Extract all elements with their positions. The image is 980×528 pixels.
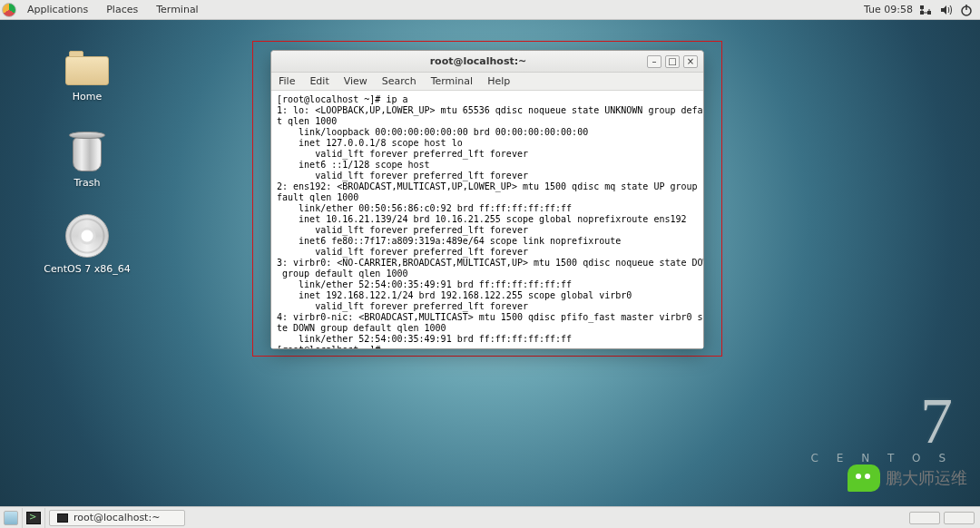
terminal-icon [26, 512, 41, 524]
wechat-icon [848, 464, 880, 492]
top-panel: Applications Places Terminal Tue 09:58 [0, 0, 980, 20]
terminal-launcher[interactable] [23, 508, 45, 528]
trash-icon [69, 128, 105, 171]
menu-places[interactable]: Places [99, 0, 145, 20]
workspace-1[interactable] [909, 512, 940, 524]
menu-edit[interactable]: Edit [302, 73, 336, 91]
desktop-icon-label: Home [73, 91, 102, 103]
wallpaper-branding: 7 C E N T O S [811, 396, 953, 464]
version-number: 7 [811, 396, 953, 448]
menu-applications[interactable]: Applications [20, 0, 95, 20]
menu-file[interactable]: File [271, 73, 302, 91]
distro-logo-icon [2, 3, 16, 17]
disc-icon [65, 214, 109, 258]
menu-terminal[interactable]: Terminal [149, 0, 206, 20]
desktop-icon-label: CentOS 7 x86_64 [44, 263, 130, 275]
taskbar-entry-terminal[interactable]: root@localhost:~ [49, 510, 185, 526]
window-title: root@localhost:~ [315, 55, 642, 67]
folder-icon [65, 51, 109, 85]
menu-help[interactable]: Help [480, 73, 517, 91]
show-desktop-icon [4, 511, 18, 525]
menu-search[interactable]: Search [375, 73, 424, 91]
menu-view[interactable]: View [337, 73, 375, 91]
desktop-icon-install-media[interactable]: CentOS 7 x86_64 [44, 214, 131, 275]
terminal-output: [root@localhost ~]# ip a 1: lo: <LOOPBAC… [277, 94, 698, 348]
menu-terminal[interactable]: Terminal [424, 73, 481, 91]
volume-icon[interactable] [940, 4, 953, 16]
desktop-icon-home[interactable]: Home [44, 51, 131, 103]
taskbar-entry-label: root@localhost:~ [74, 512, 160, 523]
terminal-window: root@localhost:~ – □ × File Edit View Se… [270, 50, 704, 349]
desktop-icons: Home Trash CentOS 7 x86_64 [44, 51, 131, 275]
window-titlebar[interactable]: root@localhost:~ – □ × [271, 51, 703, 73]
window-maximize-button[interactable]: □ [665, 55, 680, 68]
watermark-text: 鹏大师运维 [886, 467, 967, 489]
terminal-body[interactable]: [root@localhost ~]# ip a 1: lo: <LOOPBAC… [271, 91, 703, 348]
desktop-icon-trash[interactable]: Trash [44, 128, 131, 189]
window-close-button[interactable]: × [683, 55, 698, 68]
distro-name: C E N T O S [811, 452, 953, 464]
terminal-icon [57, 513, 68, 523]
bottom-panel: root@localhost:~ [0, 506, 980, 528]
terminal-menubar: File Edit View Search Terminal Help [271, 73, 703, 91]
watermark: 鹏大师运维 [848, 464, 967, 492]
network-icon[interactable] [920, 4, 933, 16]
workspace-switcher[interactable] [906, 508, 980, 528]
desktop-icon-label: Trash [74, 177, 100, 189]
show-desktop-button[interactable] [0, 508, 23, 528]
svg-rect-0 [920, 5, 924, 9]
workspace-2[interactable] [944, 512, 975, 524]
clock[interactable]: Tue 09:58 [864, 4, 913, 15]
window-minimize-button[interactable]: – [647, 55, 662, 68]
power-icon[interactable] [960, 4, 973, 16]
